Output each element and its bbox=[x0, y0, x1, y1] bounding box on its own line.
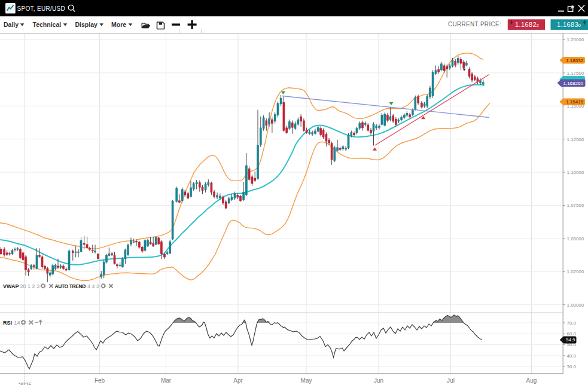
svg-text:2025: 2025 bbox=[19, 382, 32, 385]
svg-text:Jun: Jun bbox=[374, 377, 383, 384]
svg-text:30.0: 30.0 bbox=[567, 364, 577, 369]
svg-text:Jul: Jul bbox=[447, 377, 455, 384]
svg-text:1.15415: 1.15415 bbox=[566, 99, 583, 105]
svg-text:0: 0 bbox=[578, 23, 581, 28]
svg-text:Feb: Feb bbox=[95, 377, 105, 384]
svg-text:1.20000: 1.20000 bbox=[567, 37, 584, 42]
svg-text:More: More bbox=[111, 21, 126, 28]
svg-text:SPOT, EUR/USD: SPOT, EUR/USD bbox=[17, 5, 66, 12]
svg-text:70.0: 70.0 bbox=[567, 320, 577, 326]
svg-text:1.17500: 1.17500 bbox=[567, 71, 584, 76]
svg-text:14: 14 bbox=[14, 320, 20, 326]
svg-text:1.07500: 1.07500 bbox=[567, 203, 584, 208]
svg-text:1.02500: 1.02500 bbox=[567, 269, 584, 274]
svg-text:20 1 2 3: 20 1 2 3 bbox=[20, 283, 40, 289]
svg-text:AUTO TREND: AUTO TREND bbox=[55, 283, 86, 289]
svg-text:1.18532: 1.18532 bbox=[566, 58, 583, 63]
svg-text:Aug: Aug bbox=[526, 377, 537, 384]
svg-text:Apr: Apr bbox=[233, 377, 243, 384]
svg-text:2: 2 bbox=[537, 23, 540, 28]
svg-text:VWAP: VWAP bbox=[3, 283, 19, 289]
svg-text:54.9: 54.9 bbox=[566, 337, 575, 343]
svg-text:4 4 2: 4 4 2 bbox=[87, 283, 99, 289]
svg-text:May: May bbox=[301, 377, 312, 384]
svg-text:RSI: RSI bbox=[3, 320, 12, 326]
svg-text:1.12500: 1.12500 bbox=[567, 137, 584, 142]
svg-text:40.0: 40.0 bbox=[567, 353, 577, 359]
svg-text:1.1682: 1.1682 bbox=[515, 21, 537, 28]
svg-text:CURRENT PRICE:: CURRENT PRICE: bbox=[448, 21, 501, 28]
svg-text:Display: Display bbox=[75, 21, 98, 28]
svg-text:1.168260: 1.168260 bbox=[563, 81, 584, 86]
svg-text:Daily: Daily bbox=[4, 21, 19, 28]
svg-text:60.0: 60.0 bbox=[567, 331, 577, 337]
svg-text:1.05000: 1.05000 bbox=[567, 236, 584, 242]
svg-text:Mar: Mar bbox=[161, 377, 172, 384]
svg-text:1.00000: 1.00000 bbox=[567, 302, 584, 308]
svg-text:1.1683: 1.1683 bbox=[557, 21, 578, 28]
svg-text:Technical: Technical bbox=[33, 21, 62, 28]
svg-text:1.10000: 1.10000 bbox=[567, 170, 584, 175]
